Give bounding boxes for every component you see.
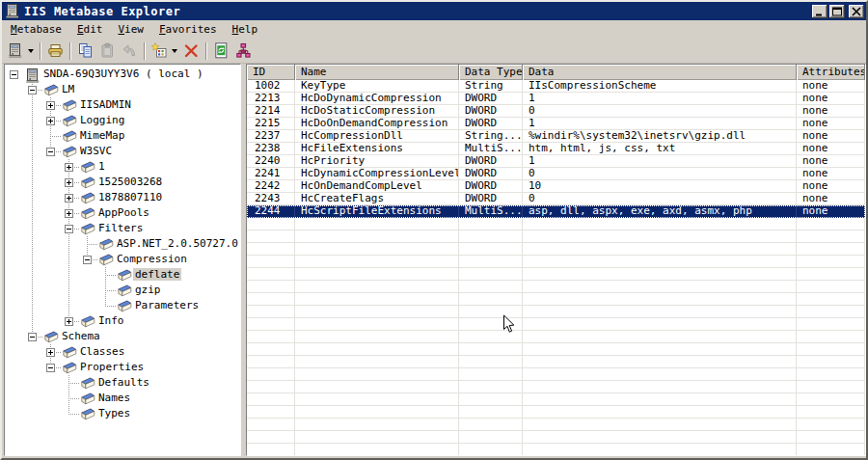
- undo-button[interactable]: [119, 41, 141, 62]
- tree-item-defaults[interactable]: Defaults: [5, 375, 240, 391]
- expand-plus-icon[interactable]: [46, 348, 55, 357]
- tree-item-apppools[interactable]: AppPools: [5, 205, 240, 221]
- tree-item-types[interactable]: Types: [5, 406, 240, 421]
- expand-plus-icon[interactable]: [46, 101, 55, 110]
- empty-row[interactable]: [247, 230, 865, 243]
- tree-item-label: 1878807110: [96, 191, 164, 203]
- empty-row[interactable]: [247, 343, 865, 356]
- tree-item-deflate[interactable]: deflate: [5, 267, 240, 283]
- empty-row[interactable]: [247, 431, 865, 444]
- new-key-button[interactable]: [149, 41, 180, 62]
- tree-item-properties[interactable]: Properties: [5, 360, 240, 375]
- collapse-minus-icon[interactable]: [28, 333, 37, 341]
- menu-metabase[interactable]: Metabase: [3, 21, 69, 38]
- maximize-button[interactable]: [829, 5, 845, 18]
- tree-item-lm[interactable]: LM: [5, 82, 240, 97]
- connect-computer-dropdown-arrow-icon[interactable]: [28, 49, 34, 53]
- tree-item-1878807110[interactable]: 1878807110: [5, 190, 240, 205]
- metabase-key-icon: [80, 206, 95, 220]
- empty-row[interactable]: [247, 406, 865, 419]
- tree-item-filters[interactable]: Filters: [5, 221, 240, 236]
- table-row-2213[interactable]: 2213HcDoDynamicCompressionDWORD1none: [247, 93, 865, 105]
- expand-plus-icon[interactable]: [65, 178, 73, 187]
- expand-plus-icon[interactable]: [65, 209, 73, 218]
- empty-row[interactable]: [247, 243, 865, 256]
- new-key-dropdown-arrow-icon[interactable]: [172, 49, 177, 53]
- tree-item-info[interactable]: Info: [5, 313, 240, 329]
- empty-row[interactable]: [247, 368, 865, 381]
- minimize-button[interactable]: [812, 5, 827, 18]
- table-row-2243[interactable]: 2243HcCreateFlagsDWORD0none: [247, 193, 865, 205]
- column-header-data-type[interactable]: Data Type: [459, 65, 523, 80]
- copy-button[interactable]: [74, 41, 96, 62]
- tree-item-1525003268[interactable]: 1525003268: [5, 175, 240, 190]
- empty-row[interactable]: [247, 256, 865, 268]
- tree-item-snda-69q3uyy3v6-local[interactable]: SNDA-69Q3UYY3V6 ( local ): [5, 67, 240, 82]
- tree-item-names[interactable]: Names: [5, 391, 240, 406]
- tree-item-logging[interactable]: Logging: [5, 113, 240, 128]
- expand-plus-icon[interactable]: [65, 194, 73, 203]
- table-row-2240[interactable]: 2240HcPriorityDWORD1none: [247, 155, 865, 168]
- menu-view[interactable]: View: [110, 21, 151, 38]
- cell-attributes: none: [797, 155, 865, 168]
- empty-row[interactable]: [247, 218, 865, 230]
- refresh-button[interactable]: [210, 41, 232, 62]
- menu-edit[interactable]: Edit: [69, 21, 111, 38]
- empty-row[interactable]: [247, 393, 865, 406]
- collapse-minus-icon[interactable]: [10, 70, 18, 79]
- tree-item-w3svc[interactable]: W3SVC: [5, 144, 240, 159]
- empty-row[interactable]: [247, 331, 865, 343]
- tree-item-gzip[interactable]: gzip: [5, 283, 240, 298]
- table-row-2242[interactable]: 2242HcOnDemandCompLevelDWORD10none: [247, 180, 865, 193]
- tree-item-schema[interactable]: Schema: [5, 329, 240, 344]
- table-row-2237[interactable]: 2237HcCompressionDllString...%windir%\sy…: [247, 130, 865, 143]
- tree-item-mimemap[interactable]: MimeMap: [5, 128, 240, 144]
- table-row-1002[interactable]: 1002KeyTypeStringIIsCompressionSchemenon…: [247, 80, 865, 93]
- expand-plus-icon[interactable]: [46, 117, 55, 125]
- empty-row[interactable]: [247, 268, 865, 281]
- table-row-2238[interactable]: 2238HcFileExtensionsMultiS...htm, html, …: [247, 143, 865, 155]
- table-row-2241[interactable]: 2241HcDynamicCompressionLevelDWORD0none: [247, 168, 865, 180]
- empty-row[interactable]: [247, 381, 865, 393]
- collapse-minus-icon[interactable]: [46, 364, 55, 372]
- table-row-2244[interactable]: 2244HcScriptFileExtensionsMultiS...asp, …: [247, 205, 865, 218]
- cell-attributes: [797, 431, 865, 444]
- column-header-attributes[interactable]: Attributes: [797, 65, 865, 80]
- tree-item-iisadmin[interactable]: IISADMIN: [5, 97, 240, 113]
- empty-row[interactable]: [247, 356, 865, 368]
- empty-row[interactable]: [247, 318, 865, 331]
- delete-button[interactable]: [180, 41, 203, 62]
- expand-plus-icon[interactable]: [65, 163, 73, 172]
- empty-row[interactable]: [247, 444, 865, 456]
- tree-item-1[interactable]: 1: [5, 159, 240, 175]
- tree-item-label: 1: [96, 160, 107, 173]
- tree-item-classes[interactable]: Classes: [5, 344, 240, 360]
- collapse-minus-icon[interactable]: [46, 148, 55, 156]
- column-header-name[interactable]: Name: [295, 65, 459, 80]
- empty-row[interactable]: [247, 293, 865, 306]
- tree-guide-line: [32, 190, 33, 205]
- empty-row[interactable]: [247, 306, 865, 318]
- connect-computer-button[interactable]: [5, 41, 37, 62]
- menu-favorites[interactable]: Favorites: [151, 21, 225, 38]
- menu-help[interactable]: Help: [225, 21, 266, 38]
- tree-item-asp-net-2-0-50727-0[interactable]: ASP.NET_2.0.50727.0: [5, 236, 240, 252]
- close-button[interactable]: [849, 5, 864, 18]
- collapse-minus-icon[interactable]: [28, 86, 37, 95]
- print-button[interactable]: [44, 41, 67, 62]
- collapse-minus-icon[interactable]: [65, 225, 73, 233]
- table-row-2215[interactable]: 2215HcDoOnDemandCompressionDWORD1none: [247, 118, 865, 130]
- tree-item-parameters[interactable]: Parameters: [5, 298, 240, 313]
- tree-view-button[interactable]: [232, 41, 255, 62]
- empty-row[interactable]: [247, 419, 865, 431]
- expand-plus-icon[interactable]: [65, 317, 73, 326]
- paste-button[interactable]: [96, 41, 119, 62]
- collapse-minus-icon[interactable]: [83, 256, 92, 264]
- table-row-2214[interactable]: 2214HcDoStaticCompressionDWORD0none: [247, 105, 865, 118]
- column-header-data[interactable]: Data: [523, 65, 797, 80]
- column-header-id[interactable]: ID: [247, 65, 295, 80]
- empty-row[interactable]: [247, 281, 865, 293]
- tree-item-compression[interactable]: Compression: [5, 252, 240, 267]
- cell-attributes: [797, 318, 865, 331]
- app-icon: [5, 3, 21, 19]
